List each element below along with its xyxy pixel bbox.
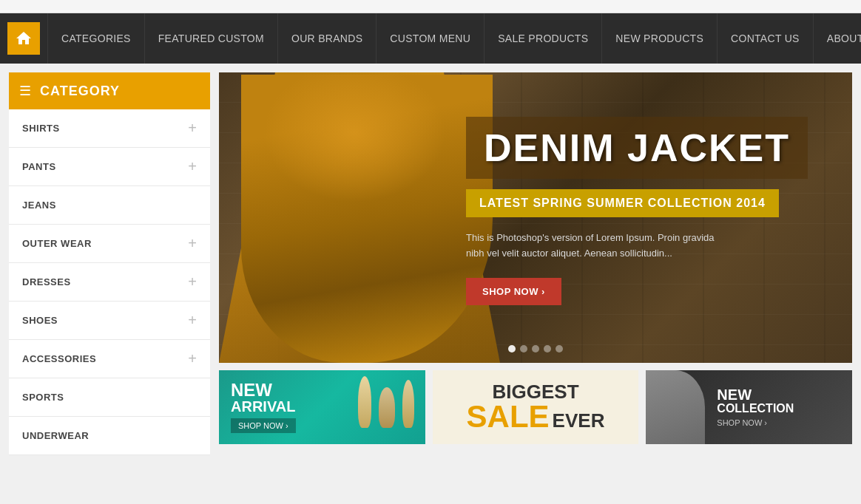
navbar: Categories Featured Custom Our Brands Cu… xyxy=(0,13,861,64)
promo-2-sale-label: SALE xyxy=(467,401,550,432)
expand-icon: + xyxy=(188,350,197,367)
expand-icon: + xyxy=(188,235,197,252)
promo-2-inner: BIGGEST SALE EVER xyxy=(433,370,639,444)
content-area: DENIM JACKET LATEST SPRING SUMMER COLLEC… xyxy=(219,72,852,455)
promo-3-model-figure xyxy=(646,370,705,444)
slider-dot-1[interactable] xyxy=(508,345,516,353)
promo-1-inner: NEW ARRIVAL SHOP NOW › xyxy=(219,370,425,444)
nav-items: Categories Featured Custom Our Brands Cu… xyxy=(47,13,861,64)
promo-1-arrival-label: ARRIVAL xyxy=(231,399,296,414)
hero-subtitle: LATEST SPRING SUMMER COLLECTION 2014 xyxy=(466,189,779,217)
sidebar-item-accessories[interactable]: ACCESSORIES + xyxy=(9,340,210,378)
sidebar-item-shoes[interactable]: SHOES + xyxy=(9,302,210,340)
expand-icon: + xyxy=(188,273,197,290)
slider-dot-3[interactable] xyxy=(532,345,539,353)
expand-icon: + xyxy=(188,158,197,175)
hero-text-overlay: DENIM JACKET LATEST SPRING SUMMER COLLEC… xyxy=(466,117,808,305)
jewelry-decoration xyxy=(358,376,414,428)
sidebar: ☰ CATEGORY SHIRTS + PANTS + JEANS OUTER … xyxy=(9,72,210,455)
nav-categories[interactable]: Categories xyxy=(47,13,145,64)
promo-banner-biggest-sale[interactable]: BIGGEST SALE EVER xyxy=(433,370,639,444)
slider-dots xyxy=(508,345,563,353)
home-button[interactable] xyxy=(7,22,40,55)
promo-1-shop-now[interactable]: SHOP NOW › xyxy=(231,418,296,433)
promo-row: NEW ARRIVAL SHOP NOW › BIGGEST xyxy=(219,370,852,444)
nav-custom-menu[interactable]: Custom Menu xyxy=(377,13,484,64)
promo-2-sale-row: SALE EVER xyxy=(467,401,605,432)
hero-title: DENIM JACKET xyxy=(466,117,808,179)
promo-1-new-label: NEW xyxy=(231,381,296,399)
promo-1-text: NEW ARRIVAL SHOP NOW › xyxy=(219,371,308,443)
nav-contact-us[interactable]: Contact Us xyxy=(718,13,814,64)
promo-banner-new-collection[interactable]: NEW COLLECTION SHOP NOW › xyxy=(646,370,852,444)
promo-2-ever-label: EVER xyxy=(553,409,605,432)
hero-figure-overlay xyxy=(241,75,493,363)
sidebar-item-underwear[interactable]: UNDERWEAR xyxy=(9,417,210,455)
sidebar-item-pants[interactable]: PANTS + xyxy=(9,148,210,186)
nav-about-us[interactable]: About Us xyxy=(814,13,861,64)
promo-3-new-label: NEW xyxy=(717,387,794,402)
promo-banner-new-arrival[interactable]: NEW ARRIVAL SHOP NOW › xyxy=(219,370,425,444)
top-bar xyxy=(0,0,861,13)
promo-3-collection-label: COLLECTION xyxy=(717,402,794,415)
sidebar-header: ☰ CATEGORY xyxy=(9,72,210,109)
sidebar-item-shirts[interactable]: SHIRTS + xyxy=(9,109,210,148)
sidebar-item-sports[interactable]: SPORTS xyxy=(9,378,210,417)
main-content: ☰ CATEGORY SHIRTS + PANTS + JEANS OUTER … xyxy=(0,64,861,464)
category-label: CATEGORY xyxy=(40,84,120,99)
sidebar-item-outer-wear[interactable]: OUTER WEAR + xyxy=(9,225,210,263)
nav-featured-custom[interactable]: Featured Custom xyxy=(145,13,278,64)
list-icon: ☰ xyxy=(19,83,31,99)
expand-icon: + xyxy=(188,120,197,137)
hero-description: This is Photoshop's version of Lorem Ips… xyxy=(466,231,725,262)
nav-sale-products[interactable]: Sale Products xyxy=(484,13,602,64)
hero-shop-now-button[interactable]: SHOP NOW › xyxy=(466,278,561,305)
promo-3-shop-now[interactable]: SHOP NOW › xyxy=(717,418,794,427)
nav-new-products[interactable]: New Products xyxy=(602,13,718,64)
promo-3-inner: NEW COLLECTION SHOP NOW › xyxy=(646,370,852,444)
promo-2-text: BIGGEST SALE EVER xyxy=(467,382,605,432)
hero-banner[interactable]: DENIM JACKET LATEST SPRING SUMMER COLLEC… xyxy=(219,72,852,363)
promo-3-text: NEW COLLECTION SHOP NOW › xyxy=(705,387,806,427)
expand-icon: + xyxy=(188,312,197,329)
slider-dot-4[interactable] xyxy=(544,345,551,353)
sidebar-item-jeans[interactable]: JEANS xyxy=(9,186,210,225)
nav-our-brands[interactable]: Our Brands xyxy=(278,13,377,64)
slider-dot-5[interactable] xyxy=(556,345,563,353)
slider-dot-2[interactable] xyxy=(520,345,527,353)
sidebar-item-dresses[interactable]: DRESSES + xyxy=(9,263,210,302)
